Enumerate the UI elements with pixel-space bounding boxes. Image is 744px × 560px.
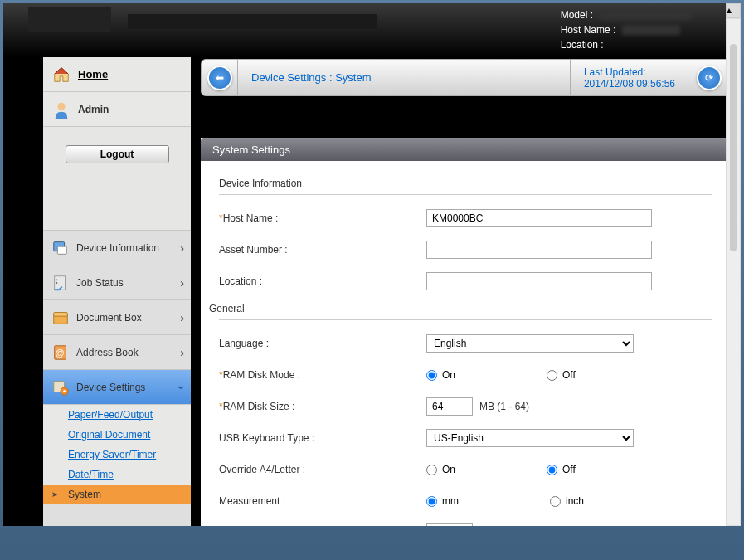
svg-rect-7: [54, 312, 68, 316]
sidebar-item-device-information[interactable]: Device Information ›: [43, 231, 191, 265]
breadcrumb-text: Device Settings : System: [238, 71, 570, 84]
chevron-down-icon: ›: [176, 385, 189, 389]
language-select[interactable]: English: [426, 334, 634, 353]
chevron-right-icon: ›: [180, 346, 184, 359]
override-on-radio[interactable]: [426, 465, 437, 475]
svg-point-0: [57, 102, 65, 110]
svg-text:@: @: [55, 347, 64, 357]
hostname-value-redacted: [622, 25, 680, 35]
sidebar-item-job-status[interactable]: Job Status ›: [43, 265, 191, 300]
sidebar-home[interactable]: Home: [43, 57, 191, 92]
location-field-label: Location :: [219, 275, 262, 287]
sidebar-item-label: Job Status: [76, 277, 124, 289]
home-icon: [51, 65, 71, 85]
location-input[interactable]: [426, 272, 652, 290]
divider: [219, 319, 712, 320]
panel-title: System Settings: [201, 138, 731, 161]
scroll-up-arrow[interactable]: ▴: [726, 3, 741, 18]
refresh-button[interactable]: ⟳: [688, 66, 730, 90]
hostname-label: Host Name :: [561, 22, 616, 37]
svg-point-5: [56, 282, 58, 284]
svg-point-4: [56, 279, 58, 280]
refresh-icon: ⟳: [697, 66, 722, 90]
asset-number-label: Asset Number :: [219, 244, 288, 256]
asset-number-input[interactable]: [426, 241, 652, 259]
last-updated-value: 2014/12/08 09:56:56: [584, 78, 675, 90]
ram-disk-size-label: RAM Disk Size :: [223, 401, 295, 412]
sidebar-item-device-settings[interactable]: Device Settings ›: [43, 370, 191, 405]
sidebar-item-label: Document Box: [76, 312, 142, 324]
device-settings-submenu: Paper/Feed/Output Original Document Ener…: [43, 405, 191, 504]
sidebar-item-address-book[interactable]: @ Address Book ›: [43, 335, 191, 370]
address-book-icon: @: [51, 343, 70, 362]
document-box-icon: [51, 309, 70, 327]
settings-panel: System Settings Device Information *Host…: [201, 138, 731, 526]
logout-button[interactable]: Logout: [66, 145, 169, 163]
sidebar-item-label: Device Settings: [76, 382, 145, 393]
host-name-input[interactable]: [426, 209, 652, 227]
sub-original-document[interactable]: Original Document: [43, 425, 191, 445]
user-icon: [51, 100, 71, 119]
model-label: Model :: [561, 7, 593, 22]
sidebar-item-document-box[interactable]: Document Box ›: [43, 300, 191, 335]
sidebar-item-label: Device Information: [76, 242, 159, 254]
back-button[interactable]: ⬅: [202, 60, 238, 95]
arrow-left-icon: ⬅: [207, 66, 232, 90]
sub-energy-saver-timer[interactable]: Energy Saver/Timer: [43, 445, 191, 465]
measurement-inch-radio[interactable]: [550, 496, 561, 507]
admin-label: Admin: [78, 104, 109, 115]
sidebar-item-label: Address Book: [76, 347, 139, 358]
sub-paper-feed-output[interactable]: Paper/Feed/Output: [43, 405, 191, 425]
usb-keyboard-label: USB Keyboard Type :: [219, 432, 314, 444]
sidebar: Home Admin Logout Device Information: [43, 57, 191, 526]
ram-disk-size-hint: MB (1 - 64): [479, 401, 529, 412]
divider: [219, 194, 712, 195]
language-label: Language :: [219, 338, 269, 349]
ram-disk-size-input[interactable]: [426, 397, 473, 416]
on-label: On: [442, 464, 455, 475]
section-general: General: [209, 303, 712, 314]
chevron-right-icon: ›: [180, 276, 184, 290]
ram-mode-on-radio[interactable]: [426, 370, 437, 381]
ram-disk-mode-label: RAM Disk Mode :: [223, 369, 300, 381]
last-updated-label: Last Updated:: [584, 66, 675, 78]
section-device-information: Device Information: [219, 178, 712, 189]
mm-label: mm: [442, 495, 459, 507]
sidebar-admin: Admin: [43, 92, 191, 127]
inch-label: inch: [566, 495, 584, 507]
job-status-icon: [51, 274, 70, 292]
brand-logo: [28, 7, 111, 32]
usb-keyboard-select[interactable]: US-English: [426, 429, 634, 447]
sub-system[interactable]: System: [43, 485, 191, 504]
header-bar: Model : Host Name : Location :: [3, 3, 741, 57]
brand-title: [128, 14, 377, 29]
measurement-label: Measurement :: [219, 495, 285, 507]
sub-date-time[interactable]: Date/Time: [43, 465, 191, 485]
device-info-icon: [51, 239, 70, 257]
device-summary: Model : Host Name : Location :: [561, 7, 716, 52]
off-label: Off: [562, 464, 576, 475]
location-label: Location :: [561, 37, 604, 52]
svg-rect-2: [57, 246, 66, 254]
last-updated: Last Updated: 2014/12/08 09:56:56: [570, 60, 688, 95]
chevron-right-icon: ›: [180, 311, 184, 324]
scrollbar-vertical[interactable]: [726, 18, 741, 526]
ram-mode-off-radio[interactable]: [547, 370, 557, 381]
preset-limit-input[interactable]: [426, 523, 473, 526]
off-label: Off: [562, 369, 576, 381]
main-panel: ⬅ Device Settings : System Last Updated:…: [201, 57, 731, 526]
home-link[interactable]: Home: [78, 68, 108, 80]
host-name-label: Host Name :: [223, 212, 279, 224]
svg-point-12: [63, 390, 66, 392]
device-settings-icon: [51, 378, 70, 397]
override-off-radio[interactable]: [547, 465, 557, 475]
measurement-mm-radio[interactable]: [426, 496, 437, 507]
override-a4-letter-label: Override A4/Letter :: [219, 464, 305, 475]
on-label: On: [442, 369, 455, 381]
breadcrumb-bar: ⬅ Device Settings : System Last Updated:…: [201, 59, 731, 96]
chevron-right-icon: ›: [180, 241, 184, 255]
model-value-redacted: [600, 10, 691, 20]
